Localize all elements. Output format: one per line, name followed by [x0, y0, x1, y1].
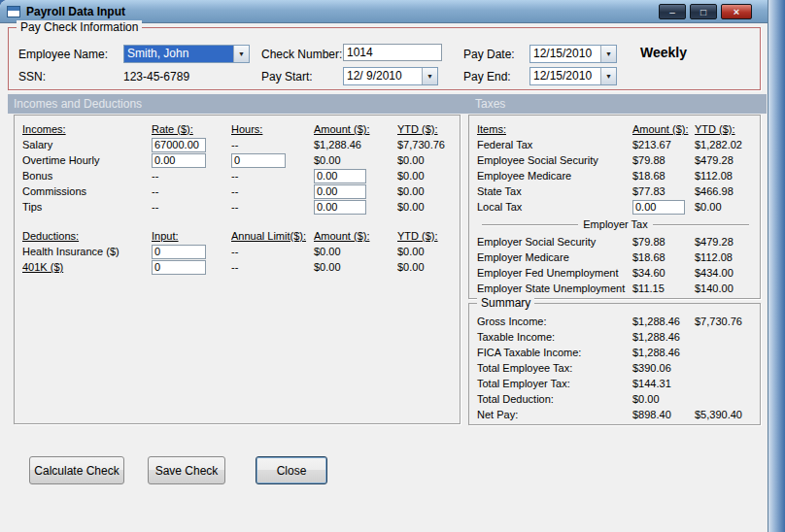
pay-date-picker[interactable]: 12/15/2010 ▼ — [529, 45, 617, 63]
maximize-button[interactable]: □ — [690, 4, 717, 19]
pay-end-value: 12/15/2010 — [530, 68, 600, 84]
tax-row-er-ss: Employer Social Security $79.88 $479.28 — [477, 234, 760, 249]
summary-amount: $0.00 — [632, 393, 695, 405]
deduction-label: Health Insurance ($) — [22, 246, 152, 257]
summary-row-employee-tax: Total Employee Tax: $390.06 — [477, 360, 760, 376]
tax-row-emp-ss: Employee Social Security $79.88 $479.28 — [477, 152, 760, 168]
summary-panel: Summary Gross Income: $1,288.46 $7,730.7… — [468, 303, 761, 425]
income-row-commissions: Commissions -- -- $0.00 — [22, 183, 460, 199]
summary-amount: $1,288.46 — [632, 316, 695, 327]
employee-name-combo[interactable]: Smith, John ▼ — [123, 45, 250, 63]
overtime-hours-input[interactable] — [231, 153, 286, 168]
tax-label: State Tax — [477, 185, 632, 197]
local-tax-input[interactable] — [632, 200, 685, 215]
401k-input[interactable] — [152, 260, 206, 275]
paycheck-info-group-title: Pay Check Information — [17, 20, 142, 34]
deductions-col-name: Deductions: — [22, 230, 152, 242]
deduction-limit: -- — [231, 246, 314, 257]
payroll-window: Payroll Data Input – □ × Pay Check Infor… — [0, 0, 768, 532]
tax-amount: $213.67 — [632, 139, 695, 150]
pay-frequency: Weekly — [640, 45, 687, 60]
commissions-amount-input[interactable] — [314, 184, 366, 199]
close-window-button[interactable]: × — [721, 4, 752, 19]
income-row-tips: Tips -- -- $0.00 — [22, 199, 460, 215]
taxes-header-row: Items: Amount ($): YTD ($): — [477, 121, 760, 137]
pay-end-picker[interactable]: 12/15/2010 ▼ — [529, 67, 617, 85]
income-hours: -- — [231, 139, 314, 150]
income-label: Salary — [22, 139, 152, 150]
incomes-col-rate: Rate ($): — [152, 123, 231, 135]
summary-label: FICA Taxable Income: — [477, 347, 632, 358]
incomes-col-name: Incomes: — [22, 123, 152, 135]
incomes-col-hours: Hours: — [231, 123, 314, 135]
income-label: Overtime Hourly — [22, 154, 152, 166]
overtime-rate-input[interactable] — [152, 153, 206, 168]
tips-amount-input[interactable] — [314, 200, 366, 215]
check-number-input[interactable] — [343, 44, 442, 61]
tax-amount: $18.68 — [632, 170, 695, 182]
tax-ytd: $479.28 — [695, 236, 760, 248]
deductions-header-row: Deductions: Input: Annual Limit($): Amou… — [22, 228, 460, 244]
salary-rate-input[interactable] — [152, 138, 206, 152]
deductions-col-limit: Annual Limit($): — [231, 230, 314, 242]
summary-ytd: $7,730.76 — [695, 316, 760, 327]
tax-label: Employer Fed Unemployment — [477, 267, 632, 279]
summary-row-deduction: Total Deduction: $0.00 — [477, 391, 760, 407]
deduction-amount: $0.00 — [314, 261, 397, 273]
income-label: Bonus — [22, 170, 152, 182]
tax-ytd: $1,282.02 — [695, 139, 760, 150]
summary-row-employer-tax: Total Employer Tax: $144.31 — [477, 376, 760, 391]
income-ytd: $0.00 — [397, 201, 460, 213]
tax-row-emp-medicare: Employee Medicare $18.68 $112.08 — [477, 168, 760, 183]
health-insurance-input[interactable] — [152, 245, 206, 259]
tax-label: Employer Social Security — [477, 236, 632, 248]
tax-row-local: Local Tax $0.00 — [477, 199, 760, 215]
summary-amount: $1,288.46 — [632, 331, 695, 343]
deductions-col-input: Input: — [152, 230, 231, 242]
bonus-amount-input[interactable] — [314, 169, 366, 183]
summary-label: Total Deduction: — [477, 393, 632, 405]
summary-label: Gross Income: — [477, 316, 632, 327]
income-row-overtime: Overtime Hourly $0.00 $0.00 — [22, 152, 460, 168]
ssn-label: SSN: — [18, 70, 46, 83]
income-hours: -- — [231, 201, 314, 213]
close-button[interactable]: Close — [256, 456, 327, 484]
tax-ytd: $434.00 — [695, 267, 760, 279]
pay-start-value: 12/ 9/2010 — [344, 68, 422, 84]
employer-tax-header: Employer Tax — [583, 218, 647, 230]
employee-name-value: Smith, John — [124, 46, 233, 62]
tax-label: Employee Social Security — [477, 154, 632, 166]
calculate-check-button[interactable]: Calculate Check — [29, 456, 124, 484]
tax-row-state: State Tax $77.83 $466.98 — [477, 183, 760, 199]
income-rate: -- — [152, 201, 231, 213]
summary-row-fica: FICA Taxable Income: $1,288.46 — [477, 345, 760, 360]
taxes-panel: Items: Amount ($): YTD ($): Federal Tax … — [468, 115, 761, 299]
tax-ytd: $479.28 — [695, 154, 760, 166]
chevron-down-icon: ▼ — [600, 68, 616, 84]
incomes-header-row: Incomes: Rate ($): Hours: Amount ($): YT… — [22, 121, 460, 137]
income-hours: -- — [231, 185, 314, 197]
section-header-strip: Incomes and Deductions Taxes — [8, 94, 767, 114]
income-ytd: $0.00 — [397, 170, 460, 182]
tax-label: Employer State Unemployment — [477, 283, 632, 294]
tax-amount: $11.15 — [632, 283, 695, 294]
employee-name-label: Employee Name: — [18, 48, 108, 61]
taxes-col-ytd: YTD ($): — [695, 123, 760, 135]
tax-label: Employee Medicare — [477, 170, 632, 182]
summary-label: Taxable Income: — [477, 331, 632, 343]
income-rate: -- — [152, 170, 231, 182]
pay-date-value: 12/15/2010 — [530, 46, 600, 62]
summary-amount: $898.40 — [632, 409, 695, 420]
summary-ytd: $5,390.40 — [695, 409, 760, 420]
tax-row-federal: Federal Tax $213.67 $1,282.02 — [477, 137, 760, 152]
pay-date-label: Pay Date: — [463, 48, 515, 61]
save-check-button[interactable]: Save Check — [148, 456, 225, 484]
pay-start-picker[interactable]: 12/ 9/2010 ▼ — [343, 67, 438, 85]
tax-ytd: $466.98 — [695, 185, 760, 197]
pay-start-label: Pay Start: — [261, 70, 313, 83]
minimize-button[interactable]: – — [659, 4, 686, 19]
income-label: Commissions — [22, 185, 152, 197]
chevron-down-icon: ▼ — [422, 68, 437, 84]
check-number-label: Check Number: — [261, 48, 342, 61]
income-row-bonus: Bonus -- -- $0.00 — [22, 168, 460, 183]
